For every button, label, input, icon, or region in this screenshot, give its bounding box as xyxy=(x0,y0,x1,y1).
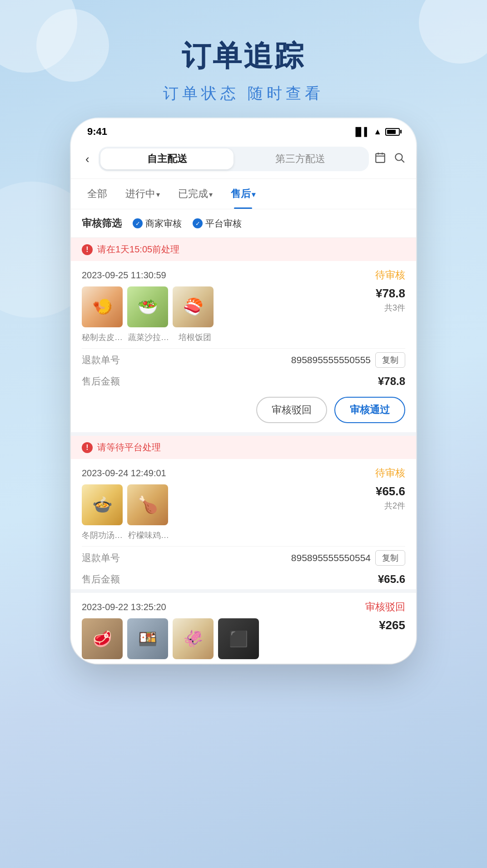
filter-tab-aftersale[interactable]: 售后▾ xyxy=(222,179,264,209)
food-name-salad: 蔬菜沙拉拼... xyxy=(128,332,169,343)
food-price-1: ¥78.8 xyxy=(376,286,405,301)
self-delivery-tab[interactable]: 自主配送 xyxy=(100,148,234,169)
food-image-salad: 🥗 xyxy=(127,286,168,327)
copy-button-1[interactable]: 复制 xyxy=(375,352,405,368)
food-price-2: ¥65.6 xyxy=(376,484,405,498)
food-items-3: 🥩 🍱 🦑 ⬛ ¥265 xyxy=(71,618,416,664)
order-status-1: 待审核 xyxy=(375,268,405,282)
amount-value-1: ¥78.8 xyxy=(378,375,405,388)
alert-icon-1: ! xyxy=(82,244,93,255)
food-price-col-2: ¥65.6 共2件 xyxy=(376,484,405,511)
approve-button-1[interactable]: 审核通过 xyxy=(334,397,405,423)
phone-mockup: 9:41 ▐▌▌ ▲ ‹ 自主配送 第三方配送 xyxy=(71,118,416,664)
merchant-audit-check: ✓ xyxy=(133,218,143,228)
reject-button-1[interactable]: 审核驳回 xyxy=(256,397,327,423)
bg-decoration-2 xyxy=(36,9,109,82)
alert-banner-2: ! 请等待平台处理 xyxy=(71,436,416,459)
order-card-2: ! 请等待平台处理 2023-09-24 12:49:01 待审核 🍲 🍗 ¥6… xyxy=(71,436,416,593)
food-images-2: 🍲 🍗 xyxy=(82,484,168,525)
order-status-2: 待审核 xyxy=(375,466,405,480)
status-bar: 9:41 ▐▌▌ ▲ xyxy=(71,118,416,141)
food-count-1: 共3件 xyxy=(376,302,405,313)
food-price-col-1: ¥78.8 共3件 xyxy=(376,286,405,313)
refund-label-1: 退款单号 xyxy=(82,354,120,366)
food-name-sushi: 培根饭团 xyxy=(174,332,215,343)
nav-icons xyxy=(374,152,405,167)
order-list[interactable]: ! 请在1天15:05前处理 2023-09-25 11:30:59 待审核 🍤… xyxy=(71,238,416,664)
battery-icon xyxy=(385,128,400,136)
order-date-2: 2023-09-24 12:49:01 xyxy=(82,468,166,478)
calendar-icon[interactable] xyxy=(374,152,386,167)
svg-point-4 xyxy=(395,153,402,160)
status-icons: ▐▌▌ ▲ xyxy=(353,127,400,137)
bg-decoration-3 xyxy=(419,0,487,64)
food-name-soup: 冬阴功汤河... xyxy=(82,530,123,541)
food-count-2: 共2件 xyxy=(376,500,405,511)
filter-tab-completed[interactable]: 已完成▾ xyxy=(169,179,222,209)
food-price-3: ¥265 xyxy=(379,618,405,632)
back-button[interactable]: ‹ xyxy=(82,150,93,168)
amount-row-2: 售后金额 ¥65.6 xyxy=(71,569,416,589)
wifi-icon: ▲ xyxy=(373,127,382,137)
signal-icon: ▐▌▌ xyxy=(353,127,370,137)
food-image-soup: 🍲 xyxy=(82,484,123,525)
food-name-shrimp: 秘制去皮虾... xyxy=(82,332,123,343)
platform-audit-check: ✓ xyxy=(193,218,203,228)
svg-rect-0 xyxy=(376,153,385,163)
amount-label-2: 售后金额 xyxy=(82,573,120,586)
amount-label-1: 售后金额 xyxy=(82,375,120,388)
status-time: 9:41 xyxy=(87,126,107,138)
refund-value-2: 895895555550554 复制 xyxy=(291,550,405,566)
food-names-2: 冬阴功汤河... 柠檬味鸡肉... xyxy=(71,530,416,546)
delivery-tab-switcher: 自主配送 第三方配送 xyxy=(99,147,369,171)
food-images-3: 🥩 🍱 🦑 ⬛ xyxy=(82,618,259,659)
refund-no-row-2: 退款单号 895895555550554 复制 xyxy=(71,547,416,569)
filter-tabs: 全部 进行中▾ 已完成▾ 售后▾ xyxy=(71,179,416,209)
alert-banner-1: ! 请在1天15:05前处理 xyxy=(71,238,416,261)
food-name-chicken: 柠檬味鸡肉... xyxy=(128,530,169,541)
filter-tab-inprogress[interactable]: 进行中▾ xyxy=(116,179,169,209)
merchant-audit-chip[interactable]: ✓ 商家审核 xyxy=(133,217,182,230)
third-party-delivery-tab[interactable]: 第三方配送 xyxy=(234,148,367,169)
header-section: 订单追踪 订单状态 随时查看 xyxy=(163,0,323,104)
refund-label-2: 退款单号 xyxy=(82,552,120,564)
filter-tab-all[interactable]: 全部 xyxy=(78,179,116,209)
nav-bar: ‹ 自主配送 第三方配送 xyxy=(71,141,416,179)
order-date-3: 2023-09-22 13:25:20 xyxy=(82,602,166,612)
action-buttons-1: 审核驳回 审核通过 xyxy=(71,391,416,432)
food-image-dark: ⬛ xyxy=(218,618,259,659)
order-card-1: ! 请在1天15:05前处理 2023-09-25 11:30:59 待审核 🍤… xyxy=(71,238,416,436)
food-image-shrimp: 🍤 xyxy=(82,286,123,327)
food-items-2: 🍲 🍗 ¥65.6 共2件 xyxy=(71,484,416,530)
food-image-meat: 🥩 xyxy=(82,618,123,659)
copy-button-2[interactable]: 复制 xyxy=(375,550,405,566)
platform-audit-chip[interactable]: ✓ 平台审核 xyxy=(193,217,242,230)
refund-no-row-1: 退款单号 895895555550555 复制 xyxy=(71,349,416,371)
order-header-2: 2023-09-24 12:49:01 待审核 xyxy=(71,459,416,484)
food-images-1: 🍤 🥗 🍣 xyxy=(82,286,214,327)
audit-filter: 审核筛选 ✓ 商家审核 ✓ 平台审核 xyxy=(71,209,416,238)
food-names-1: 秘制去皮虾... 蔬菜沙拉拼... 培根饭团 xyxy=(71,332,416,348)
order-header-1: 2023-09-25 11:30:59 待审核 xyxy=(71,261,416,286)
food-image-sushi: 🍣 xyxy=(173,286,214,327)
food-items-1: 🍤 🥗 🍣 ¥78.8 共3件 xyxy=(71,286,416,332)
search-icon[interactable] xyxy=(393,152,405,167)
order-status-3: 审核驳回 xyxy=(365,600,405,614)
audit-filter-label: 审核筛选 xyxy=(82,217,122,230)
food-image-bento: 🍱 xyxy=(127,618,168,659)
sub-title: 订单状态 随时查看 xyxy=(163,83,323,104)
food-image-chicken: 🍗 xyxy=(127,484,168,525)
food-price-col-3: ¥265 xyxy=(379,618,405,632)
order-card-3: 2023-09-22 13:25:20 审核驳回 🥩 🍱 🦑 ⬛ ¥265 xyxy=(71,593,416,664)
alert-text-1: 请在1天15:05前处理 xyxy=(97,243,179,256)
order-header-3: 2023-09-22 13:25:20 审核驳回 xyxy=(71,593,416,618)
food-image-seafood: 🦑 xyxy=(173,618,214,659)
amount-row-1: 售后金额 ¥78.8 xyxy=(71,371,416,391)
refund-value-1: 895895555550555 复制 xyxy=(291,352,405,368)
svg-line-5 xyxy=(402,159,404,162)
main-title: 订单追踪 xyxy=(163,36,323,76)
amount-value-2: ¥65.6 xyxy=(378,573,405,586)
alert-text-2: 请等待平台处理 xyxy=(97,441,161,454)
order-date-1: 2023-09-25 11:30:59 xyxy=(82,270,166,281)
alert-icon-2: ! xyxy=(82,442,93,453)
